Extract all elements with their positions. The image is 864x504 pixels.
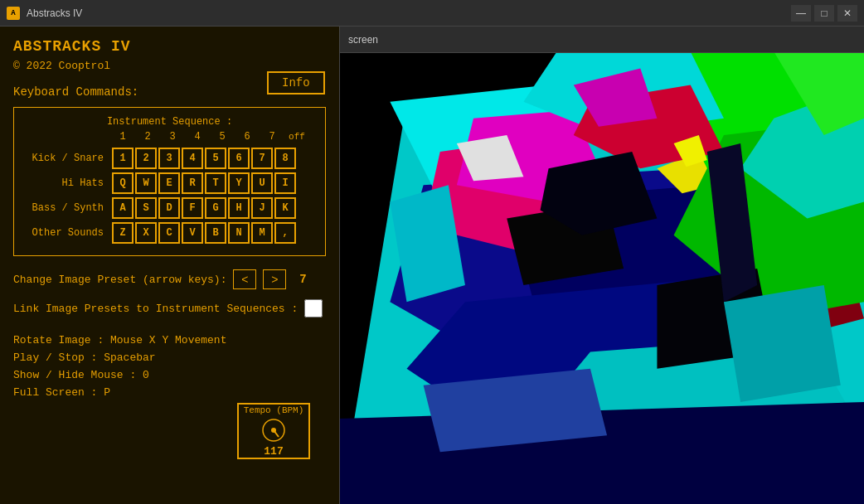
- close-button[interactable]: ✕: [837, 5, 857, 22]
- seq-num-6: 6: [236, 131, 258, 143]
- preset-label: Change Image Preset (arrow keys):: [13, 274, 226, 286]
- key-b[interactable]: B: [205, 222, 226, 244]
- app-title: ABSTRACKS IV: [13, 38, 326, 55]
- key-1[interactable]: 1: [112, 148, 133, 169]
- preset-prev-button[interactable]: <: [233, 269, 256, 289]
- seq-num-4: 4: [187, 131, 208, 143]
- key-x[interactable]: X: [135, 222, 157, 244]
- other-sounds-label: Other Sounds: [21, 227, 110, 239]
- screen-title-bar: screen: [340, 27, 864, 53]
- key-6[interactable]: 6: [228, 148, 250, 169]
- app-copyright: © 2022 Cooptrol: [13, 60, 326, 72]
- key-e[interactable]: E: [158, 172, 180, 194]
- key-u[interactable]: U: [251, 172, 273, 194]
- key-8[interactable]: 8: [274, 148, 296, 169]
- screen-area: [340, 53, 864, 504]
- key-f[interactable]: F: [182, 197, 203, 219]
- key-y[interactable]: Y: [228, 172, 250, 194]
- screen-title: screen: [348, 34, 378, 46]
- right-panel: screen: [340, 27, 864, 504]
- link-presets-checkbox[interactable]: [304, 299, 323, 317]
- other-sounds-row: Other Sounds Z X C V B N M ,: [21, 222, 318, 244]
- maximize-button[interactable]: □: [814, 5, 834, 22]
- key-2[interactable]: 2: [135, 148, 157, 169]
- instrument-seq-label: Instrument Sequence :: [107, 116, 232, 128]
- key-c[interactable]: C: [158, 222, 180, 244]
- preset-next-button[interactable]: >: [263, 269, 286, 289]
- key-3[interactable]: 3: [158, 148, 180, 169]
- bass-synth-label: Bass / Synth: [21, 202, 110, 214]
- key-h[interactable]: H: [228, 197, 250, 219]
- key-d[interactable]: D: [158, 197, 180, 219]
- key-s[interactable]: S: [135, 197, 157, 219]
- bass-synth-row: Bass / Synth A S D F G H J K: [21, 197, 318, 219]
- preset-row: Change Image Preset (arrow keys): < > 7: [13, 269, 326, 289]
- key-7[interactable]: 7: [251, 148, 273, 169]
- key-z[interactable]: Z: [112, 222, 133, 244]
- key-g[interactable]: G: [205, 197, 226, 219]
- window-title: Abstracks IV: [27, 7, 791, 19]
- seq-num-2: 2: [137, 131, 158, 143]
- left-panel: ABSTRACKS IV © 2022 Cooptrol Info Keyboa…: [0, 27, 340, 504]
- instruction-mouse: Show / Hide Mouse : 0: [13, 369, 326, 381]
- key-a[interactable]: A: [112, 197, 133, 219]
- title-bar: A Abstracks IV — □ ✕: [0, 0, 864, 27]
- link-presets-label: Link Image Presets to Instrument Sequenc…: [13, 303, 298, 315]
- key-comma[interactable]: ,: [274, 222, 296, 244]
- seq-num-1: 1: [112, 131, 133, 143]
- key-n[interactable]: N: [228, 222, 250, 244]
- key-w[interactable]: W: [135, 172, 157, 194]
- instruction-fullscreen: Full Screen : P: [13, 386, 326, 399]
- preset-current: 7: [293, 273, 313, 286]
- key-k[interactable]: K: [274, 197, 296, 219]
- instruction-rotate: Rotate Image : Mouse X Y Movement: [13, 334, 326, 346]
- kick-snare-row: Kick / Snare 1 2 3 4 5 6 7 8: [21, 148, 318, 169]
- window-controls: — □ ✕: [791, 5, 857, 22]
- seq-num-3: 3: [162, 131, 183, 143]
- kick-snare-label: Kick / Snare: [21, 153, 110, 164]
- keyboard-grid: Instrument Sequence : 1 2 3 4 5 6 7 off …: [13, 107, 326, 256]
- key-i[interactable]: I: [274, 172, 296, 194]
- hi-hats-label: Hi Hats: [21, 177, 110, 189]
- key-t[interactable]: T: [205, 172, 226, 194]
- key-m[interactable]: M: [251, 222, 273, 244]
- instrument-seq-row: Instrument Sequence :: [21, 116, 318, 128]
- tempo-knob[interactable]: [260, 417, 287, 443]
- seq-numbers-row: 1 2 3 4 5 6 7 off: [21, 131, 318, 143]
- seq-num-7: 7: [261, 131, 283, 143]
- scene-svg: [340, 53, 864, 504]
- svg-marker-30: [724, 285, 841, 402]
- instruction-play-stop: Play / Stop : Spacebar: [13, 351, 326, 364]
- main-content: ABSTRACKS IV © 2022 Cooptrol Info Keyboa…: [0, 27, 864, 504]
- tempo-display: Tempo (BPM) 117: [237, 403, 310, 459]
- minimize-button[interactable]: —: [791, 5, 811, 22]
- key-r[interactable]: R: [182, 172, 203, 194]
- scene: [340, 53, 864, 504]
- key-j[interactable]: J: [251, 197, 273, 219]
- key-5[interactable]: 5: [205, 148, 226, 169]
- info-button[interactable]: Info: [267, 71, 325, 94]
- key-q[interactable]: Q: [112, 172, 133, 194]
- tempo-value: 117: [264, 445, 283, 458]
- tempo-label: Tempo (BPM): [244, 405, 304, 415]
- app-icon: A: [7, 7, 20, 20]
- seq-off: off: [286, 132, 308, 142]
- link-presets-row: Link Image Presets to Instrument Sequenc…: [13, 299, 326, 317]
- svg-line-2: [274, 430, 279, 437]
- key-4[interactable]: 4: [182, 148, 203, 169]
- hi-hats-row: Hi Hats Q W E R T Y U I: [21, 172, 318, 194]
- key-v[interactable]: V: [182, 222, 203, 244]
- seq-num-5: 5: [211, 131, 233, 143]
